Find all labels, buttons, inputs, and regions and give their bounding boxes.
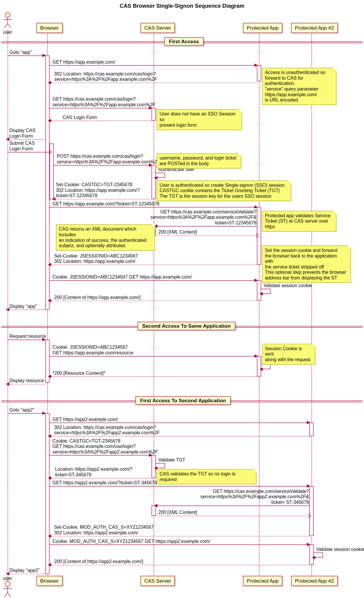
msg-get-app-ticket: GET https://app.example.com/?ticket=ST-1… [52, 201, 159, 207]
note-strip-st: Set the session cookie and forwardthe br… [262, 246, 351, 283]
actor-user-top: user [2, 12, 14, 35]
msg-validate-cookie-1: Validate session cookie [264, 283, 312, 288]
activation-cas-1 [152, 108, 156, 121]
msg-service-validate-2: GET https://cas.example.com/serviceValid… [200, 488, 309, 505]
msg-get-cas-login: GET https://cas.example.com/cas/login? s… [52, 97, 155, 107]
divider-3: First Access To Second Application [136, 396, 231, 405]
actor-user-label: user [3, 30, 12, 35]
participant-cas-bottom: CAS Server [141, 576, 175, 586]
divider-2: Second Access To Same Application [138, 322, 235, 330]
note-session-cookie: Session Cookie is sentalong with the req… [262, 344, 315, 364]
svg-point-5 [5, 581, 10, 586]
msg-cookie-get-app: Cookie: JSESSIONID=ABC1234567 GET https:… [52, 274, 192, 280]
activation-app2-1 [309, 422, 313, 436]
note-validate-tgt: CAS validates the TGT so no login is req… [157, 469, 257, 484]
msg-goto-app2: Goto "app2" [9, 407, 34, 413]
activation-cas-2 [152, 165, 156, 199]
msg-302-cas-app2: 302 Location: https://cas.example.com/ca… [54, 425, 160, 435]
activation-app-3 [257, 280, 261, 301]
msg-200-app-content: 200 [Content of https://app.example.com/… [54, 295, 141, 300]
lifeline-user [8, 30, 8, 585]
activation-app2-3 [309, 544, 313, 565]
participant-browser-bottom: Browser [36, 576, 63, 586]
msg-get-app: GET https://app.example.com/ [52, 59, 115, 65]
msg-validate-cookie-3: Validate session cookie [316, 546, 364, 552]
msg-validate-tgt: Validate TGT [158, 457, 185, 463]
msg-302-app2-ticket: Location: https://app2.example.com/? tic… [55, 467, 133, 478]
note-no-sso: User does not have an SSO Session sopres… [157, 109, 242, 130]
svg-line-4 [8, 24, 11, 28]
msg-set-modauthcas: Set-Cookie: MOD_AUTH_CAS_S=XYZ1234567 30… [54, 525, 154, 536]
msg-set-castgc: Set-Cookie: CASTGC=TGT-2345678 302 Locat… [56, 182, 140, 199]
msg-cookie-get-app2: Cookie: MOD_AUTH_CAS_S=XYZ1234567 GET ht… [52, 538, 210, 544]
note-post-body: username, password, and login ticketare … [157, 153, 241, 168]
divider-1: First Access [164, 37, 204, 46]
note-unauthenticated: Access is unauthenticated soforward to C… [262, 68, 336, 105]
activation-browser-1 [45, 55, 49, 309]
msg-200-xml: 200 [XML Content] [158, 229, 197, 235]
msg-cookie-castgc: Cookie: CASTGC=TGT-2345678 GET https://c… [52, 438, 158, 455]
note-xml: CAS returns an XML document which includ… [56, 224, 155, 251]
svg-point-0 [5, 12, 10, 17]
msg-get-app2-ticket: GET https://app2.example.com/?ticket=ST-… [52, 480, 157, 486]
msg-display-resource: Display resource [9, 378, 44, 384]
activation-app-4 [257, 356, 261, 377]
msg-302-cas-login: 302 Location: https://cas.example.com/ca… [54, 71, 157, 82]
activation-app-1 [257, 65, 261, 81]
diagram-title: CAS Browser Single-Signon Sequence Diagr… [0, 3, 364, 9]
actor-user-bottom: user [2, 576, 14, 598]
msg-set-jsessionid: Set-Cookie: JSESSIONID=ABC1234567 302 Lo… [54, 253, 138, 264]
participant-app2-bottom: Protected App #2 [291, 576, 338, 586]
note-tgt: User is authenticated so create Single-s… [157, 180, 291, 201]
msg-submit-login: Submit CASLogin Form [9, 141, 35, 152]
msg-service-validate: GET https://cas.example.com/serviceValid… [151, 209, 257, 226]
svg-line-3 [4, 24, 7, 28]
msg-cookie-get-resource: Cookie: JSESSIONID=ABC1234567 GET https:… [52, 345, 133, 356]
msg-goto-app: Goto "app" [9, 49, 32, 55]
msg-cas-login-form: CAS Login Form [63, 115, 97, 120]
note-validate-st: Protected app validates ServiceTicket (S… [262, 211, 336, 232]
activation-app2-2 [309, 486, 313, 536]
msg-200-app2-content: 200 [Content of https://app2.example.com… [54, 559, 143, 565]
msg-get-app2: GET https://app2.example.com/ [52, 417, 118, 422]
participant-app-bottom: Protected App [243, 576, 283, 586]
participant-browser-top: Browser [36, 23, 63, 33]
msg-post-login: POST https://cas.example.com/cas/login? … [57, 154, 160, 165]
participant-app-top: Protected App [243, 23, 283, 33]
participant-cas-top: CAS Server [141, 23, 175, 33]
msg-200-resource: *200 [Resource Content]* [52, 370, 105, 376]
svg-line-8 [4, 593, 7, 597]
svg-line-9 [8, 593, 11, 597]
participant-app2-top: Protected App #2 [291, 23, 338, 33]
msg-200-xml-2: 200 [XML Content] [158, 510, 197, 515]
msg-display-app2: Display "app2" [9, 568, 39, 573]
msg-req-resource: Request resource [9, 334, 46, 339]
msg-display-app: Display "app" [9, 303, 37, 309]
msg-display-login: Display CASLogin Form [9, 128, 35, 139]
actor-user-label-bottom: user [3, 576, 12, 581]
